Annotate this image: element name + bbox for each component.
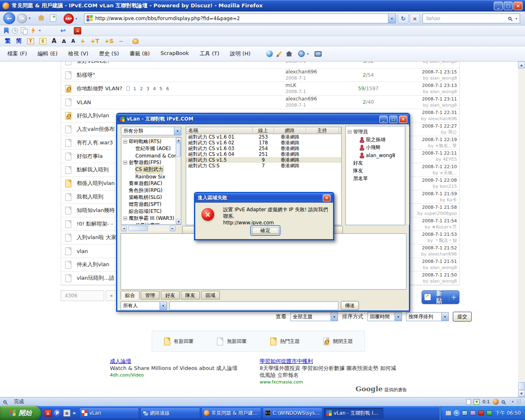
format-button-1[interactable]: 简	[16, 37, 22, 45]
maximize-button[interactable]: □	[389, 116, 397, 123]
scrollbar-thumb[interactable]	[176, 143, 181, 157]
column-header-1[interactable]: 線上	[253, 127, 274, 134]
chevron-down-icon[interactable]: ▾	[512, 400, 514, 404]
menu-item-4[interactable]: 書籤 (B)	[128, 49, 151, 59]
format-button-2[interactable]: T	[27, 38, 34, 44]
lastpost-author[interactable]: by alan_wong8	[423, 75, 457, 81]
scroll-left-icon[interactable]: ◄	[121, 226, 127, 231]
topic-link[interactable]: 好似冇事la	[77, 153, 103, 160]
topic-link[interactable]: 點解我入唔到	[77, 166, 109, 173]
tab-0[interactable]: 綜合	[121, 291, 139, 299]
back-button[interactable]: ←	[3, 12, 15, 24]
tree-item[interactable]: 體育遊戲(SPT)	[121, 201, 181, 208]
topic-link[interactable]: 入到vlan啦 大家	[77, 234, 116, 241]
topic-link[interactable]: vlan玩唔到...請	[77, 274, 114, 282]
menu-item-5[interactable]: ScrapBook	[159, 49, 190, 59]
topic-link[interactable]: 入左valn但係布	[77, 126, 115, 133]
menu-item-1[interactable]: 編輯 (E)	[36, 49, 59, 59]
forward-button[interactable]: →	[17, 14, 27, 23]
menu-item-7[interactable]: 說明 (H)	[228, 49, 252, 59]
collapse-icon[interactable]	[348, 130, 352, 134]
colorful-ball-icon[interactable]	[266, 50, 273, 57]
p-app-icon[interactable]: P	[54, 409, 61, 417]
tree-item[interactable]: 好友	[346, 159, 405, 167]
page-link[interactable]: 1	[133, 86, 136, 91]
format-button-0[interactable]: 繁	[5, 37, 11, 45]
lastpost-author[interactable]: by 周公	[441, 129, 457, 135]
house-icon[interactable]	[286, 51, 292, 57]
tree-item[interactable]: 即時戰略(RTS)	[121, 138, 181, 145]
download-icon[interactable]: ▼	[474, 399, 479, 405]
lamp-icon[interactable]	[132, 39, 139, 44]
start-button[interactable]: 開始	[0, 406, 41, 420]
taskbar-button-4[interactable]: vLan - 互聯對戰 IPv...	[324, 408, 383, 419]
keyboard-icon[interactable]	[445, 411, 451, 415]
home-icon[interactable]	[38, 15, 45, 21]
scroll-up-icon[interactable]: ▲	[176, 137, 181, 143]
scrollbar-thumb[interactable]	[128, 226, 148, 231]
scrollbar-thumb[interactable]	[518, 382, 525, 390]
antivirus-icon[interactable]	[486, 411, 492, 415]
new-page-icon[interactable]: +	[50, 14, 56, 22]
lastpost-author[interactable]: by ×天懶﹏	[433, 170, 457, 176]
history-clock-icon[interactable]	[12, 28, 18, 34]
page-link[interactable]: 4	[153, 86, 156, 91]
lastpost-author[interactable]: by alan_wong8	[423, 278, 457, 284]
taskbar-button-3[interactable]: C:\WINDOWS\system...	[262, 408, 322, 419]
recipient-select[interactable]: 所有人 ▾	[121, 301, 167, 310]
lastpost-author[interactable]: by ×無名﹏華	[428, 143, 457, 149]
collapse-icon[interactable]	[123, 161, 127, 164]
taskbar-button-0[interactable]: vLan	[79, 408, 139, 419]
flashget-icon[interactable]: ⇊	[74, 27, 81, 34]
tree-horizontal-scrollbar[interactable]: ◄ ►	[121, 226, 176, 231]
chevron-down-icon[interactable]: ▾	[174, 127, 181, 135]
lastpost-author[interactable]: by 4EYES	[436, 156, 457, 162]
tree-item[interactable]: 射擊遊戲(FPS)	[121, 159, 181, 166]
resize-grip[interactable]	[516, 399, 522, 404]
taskbar-button-1[interactable]: 網路連線	[140, 408, 200, 419]
tree-item[interactable]: Command & Conque	[121, 152, 181, 159]
tree-item[interactable]: 魔獸爭霸 III (WAR3)	[121, 215, 181, 222]
translate-pages-icon[interactable]	[21, 27, 27, 34]
order-select[interactable]: 按降序排列 ▾	[406, 312, 449, 321]
column-header-0[interactable]: 名稱	[186, 127, 253, 134]
lastpost-author[interactable]: by alexchan696	[421, 251, 457, 257]
topic-link[interactable]: 你地點做野 VLAN?	[77, 85, 122, 92]
globe-dropdown-icon[interactable]: ▾	[307, 52, 309, 56]
network-icon[interactable]	[462, 411, 468, 415]
lastpost-author[interactable]: by alexchan696	[421, 116, 457, 122]
dialog-titlebar[interactable]: 進入區域失敗 ×	[195, 193, 333, 203]
collapse-icon[interactable]	[123, 140, 127, 144]
page-link[interactable]: 2	[140, 86, 143, 91]
author-name[interactable]: alexchan696	[285, 69, 317, 75]
tab-2[interactable]: 好友	[161, 291, 180, 299]
topic-link[interactable]: !0! 點解咁架- -	[77, 220, 113, 228]
menu-item-2[interactable]: 檢視 (V)	[66, 49, 90, 59]
format-button-6[interactable]: A	[71, 38, 75, 44]
page-info-icon[interactable]	[466, 399, 471, 405]
server-row[interactable]: 絕對武力 CS v1.6 03254香港網路	[186, 146, 341, 151]
tab-4[interactable]: 區域	[201, 291, 220, 299]
author-name[interactable]: mLK	[285, 82, 296, 89]
chevron-down-icon[interactable]: ▾	[441, 313, 448, 321]
server-row[interactable]: 絕對武力 CS v1.6 02178香港網路	[186, 140, 341, 146]
column-header-2[interactable]: 網路	[274, 127, 306, 134]
topic-link[interactable]: 點樣呀"	[77, 71, 95, 79]
lastpost-author[interactable]: by super2008goo	[418, 210, 457, 217]
ad-url[interactable]: 4dh.com/Video	[110, 372, 249, 379]
topic-link[interactable]: 有冇人有.war3	[77, 139, 113, 146]
topic-link[interactable]: 好似入到vlan	[77, 112, 110, 119]
bolt-dropdown-icon[interactable]: ▾	[39, 29, 41, 32]
message-input[interactable]	[169, 301, 338, 310]
tree-item[interactable]: CS 絕對武力	[121, 166, 181, 173]
tree-item[interactable]: Rainbow Six	[121, 173, 181, 180]
tree-item[interactable]: 策略戰棋(SLG)	[121, 194, 181, 201]
format-button-8[interactable]: +T	[91, 38, 99, 44]
chevron-down-icon[interactable]: ▾	[160, 302, 167, 310]
vlan-titlebar[interactable]: vLan - 互聯對戰 IPvE.COM _ □ ×	[117, 114, 409, 124]
format-button-4[interactable]: A	[52, 37, 57, 45]
scroll-right-icon[interactable]: ►	[170, 226, 176, 231]
sort-select[interactable]: 回覆時間 ▾	[368, 312, 402, 321]
minimize-button[interactable]: _	[494, 2, 503, 10]
lastpost-author[interactable]: by alan_wong8	[423, 89, 457, 95]
